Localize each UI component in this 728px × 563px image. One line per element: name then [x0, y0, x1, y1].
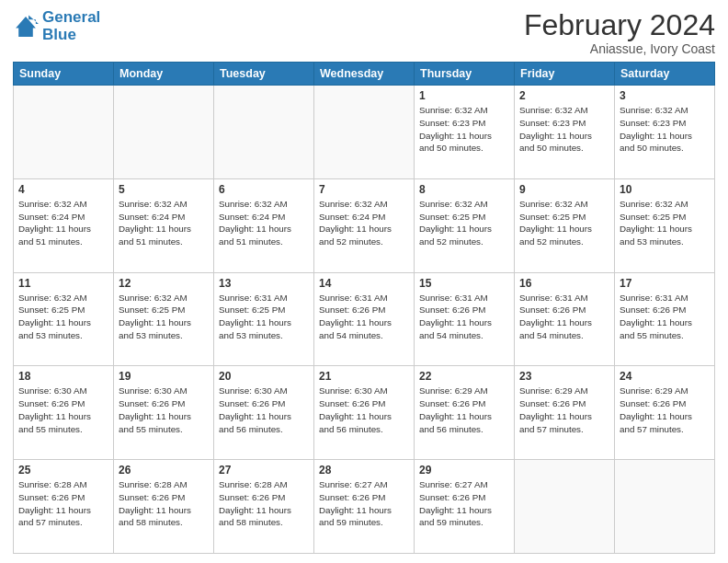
calendar-day-header: Thursday — [415, 63, 515, 86]
day-info: Sunrise: 6:32 AM Sunset: 6:25 PM Dayligh… — [620, 198, 710, 248]
day-info: Sunrise: 6:31 AM Sunset: 6:26 PM Dayligh… — [419, 292, 509, 342]
day-number: 15 — [419, 277, 509, 290]
day-info: Sunrise: 6:32 AM Sunset: 6:24 PM Dayligh… — [319, 198, 409, 248]
calendar-cell — [515, 460, 615, 554]
day-info: Sunrise: 6:29 AM Sunset: 6:26 PM Dayligh… — [620, 385, 710, 435]
calendar-cell: 22Sunrise: 6:29 AM Sunset: 6:26 PM Dayli… — [415, 366, 515, 460]
calendar-week-row: 18Sunrise: 6:30 AM Sunset: 6:26 PM Dayli… — [14, 366, 715, 460]
logo-icon — [13, 14, 39, 40]
day-number: 26 — [119, 464, 209, 477]
day-info: Sunrise: 6:27 AM Sunset: 6:26 PM Dayligh… — [319, 478, 409, 529]
subtitle: Aniassue, Ivory Coast — [524, 41, 715, 56]
calendar-cell: 5Sunrise: 6:32 AM Sunset: 6:24 PM Daylig… — [114, 178, 214, 272]
day-info: Sunrise: 6:32 AM Sunset: 6:23 PM Dayligh… — [519, 104, 609, 155]
calendar-cell: 2Sunrise: 6:32 AM Sunset: 6:23 PM Daylig… — [515, 86, 615, 179]
day-number: 12 — [119, 277, 209, 290]
calendar-cell: 16Sunrise: 6:31 AM Sunset: 6:26 PM Dayli… — [515, 272, 615, 366]
day-info: Sunrise: 6:32 AM Sunset: 6:23 PM Dayligh… — [620, 104, 710, 155]
title-block: February 2024 Aniassue, Ivory Coast — [524, 9, 715, 56]
header: General Blue February 2024 Aniassue, Ivo… — [13, 9, 715, 56]
day-number: 27 — [219, 464, 309, 477]
day-info: Sunrise: 6:32 AM Sunset: 6:25 PM Dayligh… — [419, 198, 509, 248]
calendar-cell: 1Sunrise: 6:32 AM Sunset: 6:23 PM Daylig… — [415, 86, 515, 179]
day-info: Sunrise: 6:32 AM Sunset: 6:24 PM Dayligh… — [119, 198, 209, 248]
day-number: 5 — [119, 183, 209, 196]
day-number: 4 — [18, 183, 108, 196]
day-info: Sunrise: 6:31 AM Sunset: 6:25 PM Dayligh… — [219, 292, 309, 342]
calendar-cell — [14, 86, 114, 179]
calendar-week-row: 25Sunrise: 6:28 AM Sunset: 6:26 PM Dayli… — [14, 460, 715, 554]
day-info: Sunrise: 6:32 AM Sunset: 6:25 PM Dayligh… — [519, 198, 609, 248]
calendar-cell: 18Sunrise: 6:30 AM Sunset: 6:26 PM Dayli… — [14, 366, 114, 460]
calendar-cell — [615, 460, 715, 554]
day-number: 7 — [319, 183, 409, 196]
day-number: 9 — [519, 183, 609, 196]
calendar-cell: 19Sunrise: 6:30 AM Sunset: 6:26 PM Dayli… — [114, 366, 214, 460]
calendar-cell: 3Sunrise: 6:32 AM Sunset: 6:23 PM Daylig… — [615, 86, 715, 179]
day-number: 21 — [319, 370, 409, 383]
day-number: 22 — [419, 370, 509, 383]
calendar-cell: 29Sunrise: 6:27 AM Sunset: 6:26 PM Dayli… — [415, 460, 515, 554]
day-number: 6 — [219, 183, 309, 196]
day-info: Sunrise: 6:30 AM Sunset: 6:26 PM Dayligh… — [18, 385, 108, 435]
day-info: Sunrise: 6:29 AM Sunset: 6:26 PM Dayligh… — [519, 385, 609, 435]
day-number: 2 — [519, 89, 609, 102]
calendar-cell: 23Sunrise: 6:29 AM Sunset: 6:26 PM Dayli… — [515, 366, 615, 460]
day-number: 18 — [18, 370, 108, 383]
calendar-header-row: SundayMondayTuesdayWednesdayThursdayFrid… — [14, 63, 715, 86]
day-number: 10 — [620, 183, 710, 196]
day-number: 29 — [419, 464, 509, 477]
calendar-day-header: Monday — [114, 63, 214, 86]
page: General Blue February 2024 Aniassue, Ivo… — [0, 0, 728, 563]
calendar-cell: 28Sunrise: 6:27 AM Sunset: 6:26 PM Dayli… — [314, 460, 415, 554]
day-info: Sunrise: 6:32 AM Sunset: 6:24 PM Dayligh… — [219, 198, 309, 248]
calendar-cell: 15Sunrise: 6:31 AM Sunset: 6:26 PM Dayli… — [415, 272, 515, 366]
calendar-cell: 26Sunrise: 6:28 AM Sunset: 6:26 PM Dayli… — [114, 460, 214, 554]
calendar-cell: 6Sunrise: 6:32 AM Sunset: 6:24 PM Daylig… — [214, 178, 314, 272]
day-number: 19 — [119, 370, 209, 383]
day-info: Sunrise: 6:28 AM Sunset: 6:26 PM Dayligh… — [219, 478, 309, 529]
calendar-cell: 10Sunrise: 6:32 AM Sunset: 6:25 PM Dayli… — [615, 178, 715, 272]
day-info: Sunrise: 6:32 AM Sunset: 6:25 PM Dayligh… — [119, 292, 209, 342]
day-number: 11 — [18, 277, 108, 290]
calendar-table: SundayMondayTuesdayWednesdayThursdayFrid… — [13, 62, 715, 554]
calendar-cell: 4Sunrise: 6:32 AM Sunset: 6:24 PM Daylig… — [14, 178, 114, 272]
calendar-week-row: 4Sunrise: 6:32 AM Sunset: 6:24 PM Daylig… — [14, 178, 715, 272]
day-info: Sunrise: 6:31 AM Sunset: 6:26 PM Dayligh… — [519, 292, 609, 342]
logo: General Blue — [13, 9, 100, 43]
calendar-week-row: 1Sunrise: 6:32 AM Sunset: 6:23 PM Daylig… — [14, 86, 715, 179]
calendar-cell — [314, 86, 415, 179]
day-number: 25 — [18, 464, 108, 477]
calendar-cell: 27Sunrise: 6:28 AM Sunset: 6:26 PM Dayli… — [214, 460, 314, 554]
calendar-cell: 7Sunrise: 6:32 AM Sunset: 6:24 PM Daylig… — [314, 178, 415, 272]
day-number: 17 — [620, 277, 710, 290]
calendar-cell: 9Sunrise: 6:32 AM Sunset: 6:25 PM Daylig… — [515, 178, 615, 272]
calendar-cell — [214, 86, 314, 179]
day-info: Sunrise: 6:32 AM Sunset: 6:23 PM Dayligh… — [419, 104, 509, 155]
day-number: 14 — [319, 277, 409, 290]
calendar-cell — [114, 86, 214, 179]
day-number: 24 — [620, 370, 710, 383]
month-title: February 2024 — [524, 9, 715, 41]
calendar-cell: 25Sunrise: 6:28 AM Sunset: 6:26 PM Dayli… — [14, 460, 114, 554]
calendar-day-header: Wednesday — [314, 63, 415, 86]
day-info: Sunrise: 6:30 AM Sunset: 6:26 PM Dayligh… — [319, 385, 409, 435]
calendar-cell: 12Sunrise: 6:32 AM Sunset: 6:25 PM Dayli… — [114, 272, 214, 366]
day-info: Sunrise: 6:31 AM Sunset: 6:26 PM Dayligh… — [319, 292, 409, 342]
calendar-day-header: Saturday — [615, 63, 715, 86]
logo-text: General Blue — [42, 9, 100, 43]
calendar-cell: 21Sunrise: 6:30 AM Sunset: 6:26 PM Dayli… — [314, 366, 415, 460]
calendar-cell: 8Sunrise: 6:32 AM Sunset: 6:25 PM Daylig… — [415, 178, 515, 272]
calendar-cell: 24Sunrise: 6:29 AM Sunset: 6:26 PM Dayli… — [615, 366, 715, 460]
day-number: 20 — [219, 370, 309, 383]
day-number: 23 — [519, 370, 609, 383]
day-info: Sunrise: 6:30 AM Sunset: 6:26 PM Dayligh… — [119, 385, 209, 435]
calendar-cell: 14Sunrise: 6:31 AM Sunset: 6:26 PM Dayli… — [314, 272, 415, 366]
calendar-day-header: Sunday — [14, 63, 114, 86]
calendar-day-header: Tuesday — [214, 63, 314, 86]
day-number: 13 — [219, 277, 309, 290]
day-info: Sunrise: 6:31 AM Sunset: 6:26 PM Dayligh… — [620, 292, 710, 342]
day-info: Sunrise: 6:32 AM Sunset: 6:24 PM Dayligh… — [18, 198, 108, 248]
day-info: Sunrise: 6:32 AM Sunset: 6:25 PM Dayligh… — [18, 292, 108, 342]
calendar-day-header: Friday — [515, 63, 615, 86]
